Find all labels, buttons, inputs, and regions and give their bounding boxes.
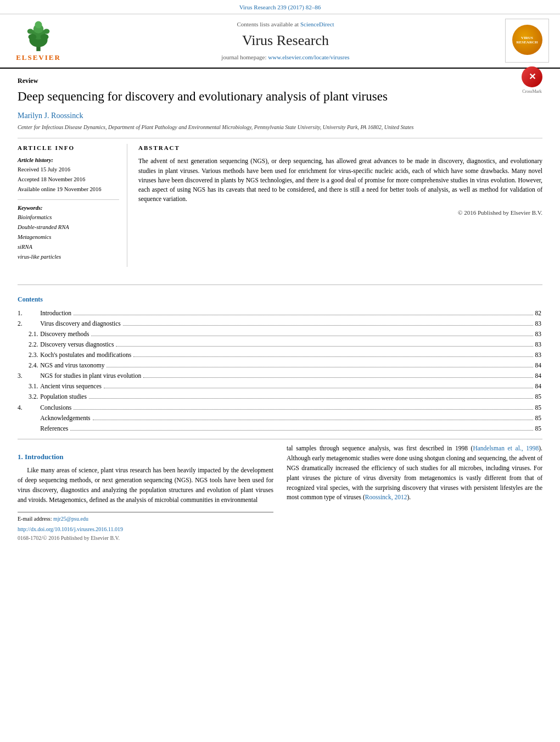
- toc-dots: [91, 336, 533, 336]
- toc-label: Introduction: [40, 309, 71, 317]
- toc-page: 83: [535, 340, 542, 349]
- divider-after-affiliation: [18, 138, 542, 138]
- footnote-area: E-mail address: mjr25@psu.edu http://dx.…: [18, 512, 273, 543]
- doi-line: http://dx.doi.org/10.1016/j.virusres.201…: [18, 525, 273, 534]
- toc-number: 2.: [18, 318, 39, 328]
- toc-dots: [74, 409, 533, 410]
- abstract-heading: ABSTRACT: [138, 144, 542, 152]
- received-date: Received 15 July 2016 Accepted 18 Novemb…: [18, 165, 119, 194]
- article-info-heading: ARTICLE INFO: [18, 144, 119, 152]
- toc-label: NGS and virus taxonomy: [40, 361, 104, 370]
- contents-section: Contents 1.Introduction822.Virus discove…: [0, 295, 560, 433]
- virus-logo-inner-text: VIRUSRESEARCH: [517, 36, 538, 45]
- toc-label: Population studies: [40, 392, 87, 401]
- article-history-section: Article history: Received 15 July 2016 A…: [18, 157, 119, 194]
- toc-entry: Conclusions85: [39, 402, 542, 412]
- toc-label: NGS for studies in plant virus evolution: [40, 371, 141, 380]
- toc-page: 85: [535, 392, 542, 401]
- toc-row: 3.2.Population studies85: [18, 392, 542, 402]
- toc-row: Acknowledgements85: [18, 412, 542, 423]
- divider-after-abstract: [18, 284, 542, 285]
- elsevier-brand-text: ELSEVIER: [16, 53, 61, 63]
- toc-dots: [70, 430, 533, 431]
- contents-heading: Contents: [18, 295, 542, 304]
- toc-row: 2.Virus discovery and diagnostics83: [18, 318, 542, 328]
- intro-left-paragraph: Like many areas of science, plant virus …: [18, 466, 273, 505]
- introduction-heading: 1. Introduction: [18, 451, 273, 462]
- toc-entry: Population studies85: [39, 392, 542, 402]
- toc-page: 83: [535, 319, 542, 328]
- article-history-label: Article history:: [18, 157, 119, 165]
- crossmark-label: CrossMark: [522, 88, 542, 94]
- journal-title: Virus Research: [71, 31, 500, 51]
- sciencedirect-link[interactable]: ScienceDirect: [300, 21, 334, 27]
- toc-label: Discovery methods: [40, 330, 89, 338]
- toc-entry: NGS and virus taxonomy84: [39, 360, 542, 371]
- toc-dots: [116, 346, 533, 347]
- copyright-line: © 2016 Published by Elsevier B.V.: [138, 209, 542, 217]
- crossmark-badge-container: ✕ CrossMark: [522, 66, 542, 94]
- sciencedirect-line: Contents lists available at ScienceDirec…: [71, 20, 500, 29]
- toc-page: 83: [535, 330, 542, 338]
- homepage-link[interactable]: www.elsevier.com/locate/virusres: [268, 54, 349, 60]
- toc-row: 2.1.Discovery methods83: [18, 328, 542, 339]
- roossinck-ref: Roossinck, 2012: [365, 494, 407, 500]
- toc-label: References: [40, 424, 68, 433]
- toc-label: Koch's postulates and modifications: [40, 350, 131, 359]
- toc-dots: [123, 325, 533, 326]
- toc-label: Conclusions: [40, 403, 71, 412]
- divider-after-toc: [18, 439, 542, 439]
- toc-page: 84: [535, 382, 542, 390]
- svg-point-5: [29, 34, 37, 40]
- abstract-text: The advent of next generation sequencing…: [138, 157, 542, 204]
- toc-entry: References85: [39, 423, 542, 433]
- toc-number: 3.1.: [18, 381, 39, 392]
- introduction-section: 1. Introduction Like many areas of scien…: [0, 444, 560, 542]
- handelsman-ref: Handelsman et al., 1998: [473, 445, 539, 451]
- email-footnote: E-mail address: mjr25@psu.edu: [18, 515, 273, 523]
- toc-dots: [107, 367, 533, 367]
- toc-number: 2.2.: [18, 339, 39, 349]
- toc-row: 4.Conclusions85: [18, 402, 542, 412]
- journal-ref-text: Virus Research 239 (2017) 82–86: [239, 4, 321, 10]
- article-info-column: ARTICLE INFO Article history: Received 1…: [18, 144, 127, 267]
- toc-row: 1.Introduction82: [18, 308, 542, 318]
- toc-label: Discovery versus diagnostics: [40, 340, 114, 349]
- virus-logo-circle: VIRUSRESEARCH: [512, 25, 542, 55]
- email-link[interactable]: mjr25@psu.edu: [53, 516, 88, 522]
- toc-page: 84: [535, 361, 542, 370]
- right-column: tal samples through sequence analysis, w…: [287, 444, 542, 542]
- toc-entry: NGS for studies in plant virus evolution…: [39, 371, 542, 381]
- toc-label: Virus discovery and diagnostics: [40, 319, 121, 328]
- keyword-5: virus-like particles: [18, 252, 119, 262]
- left-column: 1. Introduction Like many areas of scien…: [18, 444, 273, 542]
- journal-reference: Virus Research 239 (2017) 82–86: [0, 0, 560, 14]
- doi-link[interactable]: http://dx.doi.org/10.1016/j.virusres.201…: [18, 526, 123, 532]
- keyword-1: Bioinformatics: [18, 213, 119, 222]
- elsevier-logo: ELSEVIER: [11, 19, 66, 63]
- divider-in-info: [18, 199, 119, 200]
- toc-number: [18, 412, 39, 423]
- elsevier-tree-icon: [16, 19, 60, 52]
- journal-center-header: Contents lists available at ScienceDirec…: [71, 20, 500, 62]
- toc-page: 85: [535, 403, 542, 412]
- pub-note: 0168-1702/© 2016 Published by Elsevier B…: [18, 534, 273, 543]
- svg-point-7: [27, 29, 33, 34]
- homepage-line: journal homepage: www.elsevier.com/locat…: [71, 53, 500, 62]
- abstract-column: ABSTRACT The advent of next generation s…: [138, 144, 542, 267]
- toc-dots: [74, 315, 533, 315]
- keywords-section: Keywords: Bioinformatics Double-stranded…: [18, 204, 119, 261]
- article-title: Deep sequencing for discovery and evolut…: [18, 88, 388, 105]
- toc-entry: Acknowledgements85: [39, 412, 542, 423]
- article-type-label: Review: [18, 76, 542, 86]
- toc-row: 3.NGS for studies in plant virus evoluti…: [18, 371, 542, 381]
- toc-number: 3.: [18, 371, 39, 381]
- toc-dots: [93, 420, 533, 420]
- toc-entry: Virus discovery and diagnostics83: [39, 318, 542, 328]
- toc-number: 2.1.: [18, 328, 39, 339]
- virus-research-logo: VIRUSRESEARCH: [505, 19, 549, 63]
- toc-page: 83: [535, 350, 542, 359]
- toc-row: 3.1.Ancient virus sequences84: [18, 381, 542, 392]
- svg-point-8: [43, 29, 49, 34]
- toc-row: 2.2.Discovery versus diagnostics83: [18, 339, 542, 349]
